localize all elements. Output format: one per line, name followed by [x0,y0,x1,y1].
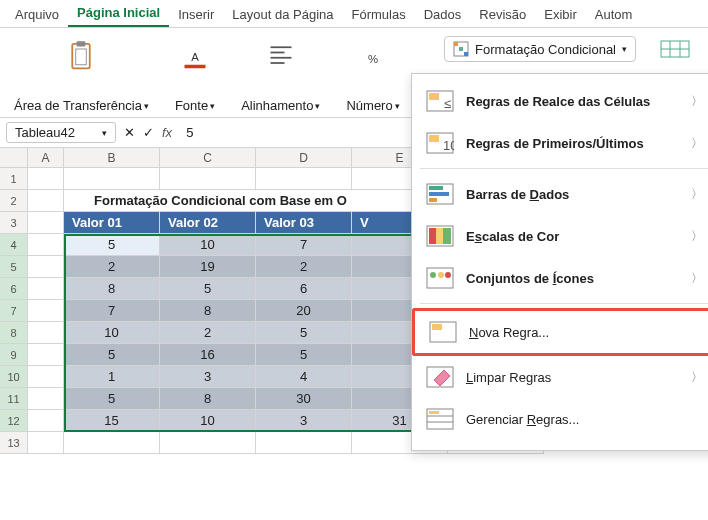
cell[interactable] [28,234,64,256]
name-box-value: Tableau42 [15,125,75,140]
col-header-d[interactable]: D [256,148,352,167]
row-header[interactable]: 10 [0,366,28,388]
name-box[interactable]: Tableau42 ▾ [6,122,116,143]
menu-manage-rules[interactable]: Gerenciar Regras... [412,398,708,440]
cell[interactable]: 3 [160,366,256,388]
menu-color-scales[interactable]: Escalas de Cor 〉 [412,215,708,257]
cell[interactable]: 15 [64,410,160,432]
cell[interactable]: 5 [256,344,352,366]
cell[interactable]: 8 [160,300,256,322]
cell[interactable] [64,168,160,190]
select-all-corner[interactable] [0,148,28,167]
cell[interactable]: 7 [64,300,160,322]
cell[interactable]: 2 [256,256,352,278]
row-header[interactable]: 4 [0,234,28,256]
cell[interactable] [28,168,64,190]
conditional-formatting-button[interactable]: Formatação Condicional ▾ [444,36,636,62]
menu-clear-rules[interactable]: Limpar Regras 〉 [412,356,708,398]
table-header[interactable]: Valor 01 [64,212,160,234]
cell[interactable] [28,432,64,454]
row-header[interactable]: 6 [0,278,28,300]
row-header[interactable]: 12 [0,410,28,432]
tab-automatizar[interactable]: Autom [586,2,642,27]
cell[interactable] [160,432,256,454]
cell[interactable]: 19 [160,256,256,278]
cell[interactable]: 3 [256,410,352,432]
svg-rect-25 [429,186,443,190]
cell[interactable]: 5 [256,322,352,344]
cell[interactable] [160,168,256,190]
menu-highlight-rules[interactable]: ≤ Regras de Realce das Células 〉 [412,80,708,122]
cell[interactable] [28,322,64,344]
cell[interactable]: 5 [64,344,160,366]
confirm-icon[interactable]: ✓ [143,125,154,140]
cell[interactable] [28,190,64,212]
group-number[interactable]: % Número▾ [342,36,403,113]
cell[interactable] [28,256,64,278]
cell[interactable] [28,278,64,300]
cell[interactable] [256,432,352,454]
cancel-icon[interactable]: ✕ [124,125,135,140]
cell[interactable] [28,300,64,322]
cell[interactable]: 8 [160,388,256,410]
fx-icon[interactable]: fx [162,125,172,140]
tab-layout[interactable]: Layout da Página [223,2,342,27]
col-header-b[interactable]: B [64,148,160,167]
cell[interactable] [64,432,160,454]
cell[interactable]: 16 [160,344,256,366]
insert-cells-icon[interactable] [660,38,690,60]
group-font[interactable]: A Fonte▾ [171,36,219,113]
group-clipboard[interactable]: Área de Transferência▾ [10,36,153,113]
chevron-right-icon: 〉 [691,186,703,203]
table-header[interactable]: Valor 02 [160,212,256,234]
row-header[interactable]: 5 [0,256,28,278]
row-header[interactable]: 11 [0,388,28,410]
cell[interactable]: 20 [256,300,352,322]
cell[interactable]: 10 [160,410,256,432]
col-header-a[interactable]: A [28,148,64,167]
cell[interactable] [256,168,352,190]
row-header[interactable]: 1 [0,168,28,190]
group-alignment[interactable]: Alinhamento▾ [237,36,324,113]
row-header[interactable]: 13 [0,432,28,454]
cell[interactable]: 2 [160,322,256,344]
tab-exibir[interactable]: Exibir [535,2,586,27]
svg-point-35 [445,272,451,278]
svg-text:A: A [191,51,199,63]
row-header[interactable]: 9 [0,344,28,366]
cell[interactable]: 4 [256,366,352,388]
row-header[interactable]: 2 [0,190,28,212]
cell[interactable]: 6 [256,278,352,300]
row-header[interactable]: 8 [0,322,28,344]
cell[interactable] [28,410,64,432]
tab-inserir[interactable]: Inserir [169,2,223,27]
col-header-c[interactable]: C [160,148,256,167]
cell[interactable]: 8 [64,278,160,300]
tab-arquivo[interactable]: Arquivo [6,2,68,27]
cell[interactable]: 5 [64,234,160,256]
cell[interactable] [28,366,64,388]
cell[interactable]: 10 [160,234,256,256]
table-header[interactable]: Valor 03 [256,212,352,234]
cell[interactable]: 5 [64,388,160,410]
cell[interactable]: 5 [160,278,256,300]
row-header[interactable]: 3 [0,212,28,234]
tab-pagina-inicial[interactable]: Página Inicial [68,0,169,27]
formula-value[interactable]: 5 [186,125,193,140]
menu-icon-sets[interactable]: Conjuntos de Ícones 〉 [412,257,708,299]
cell[interactable]: 7 [256,234,352,256]
menu-new-rule[interactable]: Nova Regra... [412,308,708,356]
cell[interactable] [28,344,64,366]
cell[interactable]: 10 [64,322,160,344]
cell[interactable]: 2 [64,256,160,278]
row-header[interactable]: 7 [0,300,28,322]
cell[interactable]: 30 [256,388,352,410]
cell[interactable] [28,388,64,410]
tab-dados[interactable]: Dados [415,2,471,27]
tab-formulas[interactable]: Fórmulas [343,2,415,27]
cell[interactable] [28,212,64,234]
menu-top-bottom-rules[interactable]: 10 Regras de Primeiros/Últimos 〉 [412,122,708,164]
menu-data-bars[interactable]: Barras de Dados 〉 [412,173,708,215]
tab-revisao[interactable]: Revisão [470,2,535,27]
cell[interactable]: 1 [64,366,160,388]
